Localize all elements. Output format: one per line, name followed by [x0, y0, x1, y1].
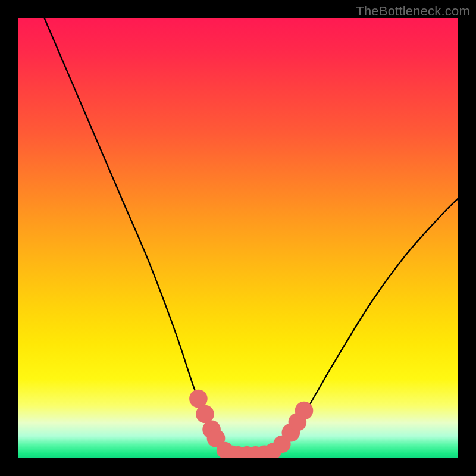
gradient-plot-area [18, 18, 458, 458]
chart-frame: TheBottleneck.com [0, 0, 476, 476]
curve-marker-group [189, 390, 313, 458]
curve-marker [295, 402, 314, 420]
bottleneck-curve-line [44, 18, 458, 455]
watermark-text: TheBottleneck.com [356, 4, 470, 19]
curve-svg [18, 18, 458, 458]
